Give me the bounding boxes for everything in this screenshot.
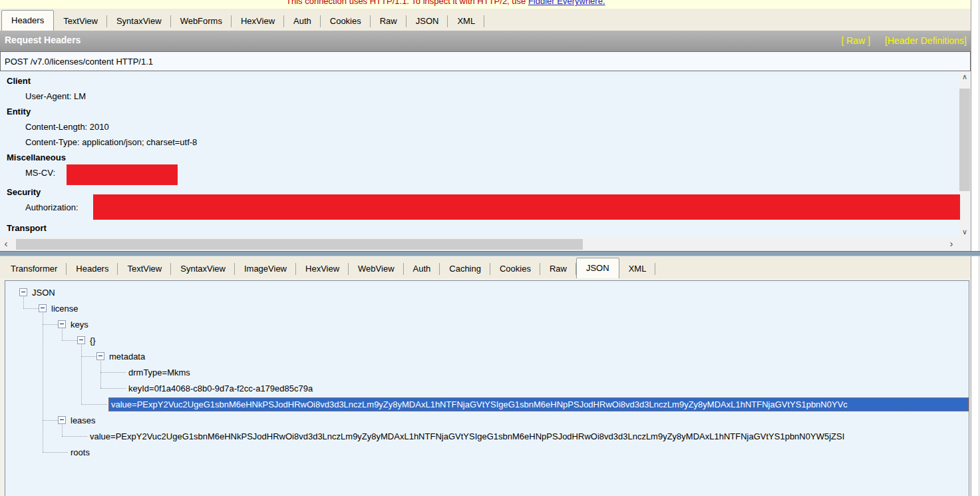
tree-node-label[interactable]: license bbox=[51, 304, 78, 314]
tree-row-roots[interactable]: roots bbox=[5, 445, 969, 461]
header-section-entity[interactable]: Entity bbox=[0, 104, 959, 119]
scroll-right-arrow-icon[interactable]: › bbox=[945, 238, 957, 251]
tree-row-array-item[interactable]: {} bbox=[5, 333, 969, 349]
header-section-client[interactable]: Client bbox=[0, 73, 959, 89]
vertical-scrollbar-thumb[interactable] bbox=[959, 89, 970, 191]
tab-request-auth[interactable]: Auth bbox=[284, 12, 321, 31]
tree-node-label[interactable]: value=PExpY2Vuc2UgeG1sbnM6eHNkPSJodHRwOi… bbox=[90, 431, 844, 441]
horizontal-scrollbar-thumb[interactable] bbox=[16, 239, 583, 250]
tab-response-xml[interactable]: XML bbox=[619, 260, 656, 278]
tree-row-keyid[interactable]: keyId=0f1a4068-c8b0-9d7a-f2cc-a179ed85c7… bbox=[5, 381, 969, 397]
collapse-toggle-icon[interactable] bbox=[58, 320, 66, 328]
collapse-toggle-icon[interactable] bbox=[77, 336, 85, 344]
tab-request-xml[interactable]: XML bbox=[448, 12, 484, 31]
tab-request-textview[interactable]: TextView bbox=[54, 12, 107, 31]
connection-banner: This connection uses HTTP/1.1. To inspec… bbox=[0, 0, 971, 9]
tab-response-caching[interactable]: Caching bbox=[440, 260, 490, 278]
selected-tree-node-label[interactable]: value=PExpY2Vuc2UgeG1sbnM6eHNkPSJodHRwOi… bbox=[108, 397, 969, 411]
request-line[interactable]: POST /v7.0/licenses/content HTTP/1.1 bbox=[0, 51, 971, 71]
header-entry-content-length[interactable]: Content-Length: 2010 bbox=[0, 119, 959, 134]
tree-node-label[interactable]: JSON bbox=[32, 288, 55, 298]
authorization-redaction-overlay bbox=[93, 194, 960, 220]
request-headers-pane: Client User-Agent: LM Entity Content-Len… bbox=[0, 71, 971, 251]
pane-splitter[interactable] bbox=[0, 251, 980, 256]
tab-request-cookies[interactable]: Cookies bbox=[321, 12, 371, 31]
tree-row-key-value-selected[interactable]: value=PExpY2Vuc2UgeG1sbnM6eHNkPSJodHRwOi… bbox=[5, 397, 969, 413]
raw-toggle-link[interactable]: [ Raw ] bbox=[841, 35, 870, 46]
tree-row-drmtype[interactable]: drmType=Mkms bbox=[5, 365, 969, 381]
headers-horizontal-scrollbar[interactable]: ‹ › bbox=[0, 238, 959, 251]
tab-response-hexview[interactable]: HexView bbox=[296, 260, 349, 278]
window-right-edge bbox=[971, 0, 980, 496]
scroll-left-arrow-icon[interactable]: ‹ bbox=[0, 238, 12, 251]
tab-response-syntaxview[interactable]: SyntaxView bbox=[171, 260, 235, 278]
tree-node-label[interactable]: keys bbox=[71, 320, 88, 330]
tree-node-label[interactable]: {} bbox=[90, 336, 96, 346]
tab-request-json[interactable]: JSON bbox=[407, 12, 448, 31]
collapse-toggle-icon[interactable] bbox=[39, 304, 47, 312]
ms-cv-redaction-overlay bbox=[67, 164, 178, 185]
tab-response-headers[interactable]: Headers bbox=[67, 260, 118, 278]
tab-request-hexview[interactable]: HexView bbox=[232, 12, 284, 31]
tree-node-label[interactable]: roots bbox=[71, 447, 90, 457]
tab-request-headers[interactable]: Headers bbox=[1, 10, 54, 32]
collapse-toggle-icon[interactable] bbox=[96, 352, 104, 360]
header-definitions-link[interactable]: [Header Definitions] bbox=[885, 35, 967, 46]
scroll-up-arrow-icon[interactable]: ∧ bbox=[959, 71, 971, 83]
tab-request-syntaxview[interactable]: SyntaxView bbox=[107, 12, 171, 31]
tree-node-label[interactable]: leases bbox=[71, 415, 96, 425]
header-section-miscellaneous[interactable]: Miscellaneous bbox=[0, 150, 959, 165]
connection-banner-text: This connection uses HTTP/1.1. To inspec… bbox=[286, 0, 605, 6]
header-entry-content-type[interactable]: Content-Type: application/json; charset=… bbox=[0, 134, 959, 150]
tree-node-label[interactable]: drmType=Mkms bbox=[128, 368, 190, 377]
tab-response-json[interactable]: JSON bbox=[576, 258, 619, 280]
tree-row-leases[interactable]: leases bbox=[5, 413, 969, 429]
tab-response-cookies[interactable]: Cookies bbox=[490, 260, 540, 278]
tree-row-lease-value[interactable]: value=PExpY2Vuc2UgeG1sbnM6eHNkPSJodHRwOi… bbox=[5, 429, 969, 445]
request-headers-bar: Request Headers [ Raw ] [Header Definiti… bbox=[0, 31, 971, 51]
request-inspector-tabstrip: Headers TextView SyntaxView WebForms Hex… bbox=[0, 9, 971, 31]
tab-request-raw[interactable]: Raw bbox=[371, 12, 407, 31]
request-headers-title: Request Headers bbox=[5, 35, 81, 45]
tree-row-license[interactable]: license bbox=[5, 301, 969, 317]
scrollbar-corner bbox=[959, 238, 971, 251]
response-inspector-tabstrip: Transformer Headers TextView SyntaxView … bbox=[0, 256, 971, 278]
tab-response-textview[interactable]: TextView bbox=[118, 260, 171, 278]
header-section-transport[interactable]: Transport bbox=[0, 220, 959, 236]
response-body-pane: JSON license keys {} metadata drmType=Mk… bbox=[0, 278, 971, 496]
header-entry-user-agent[interactable]: User-Agent: LM bbox=[0, 89, 959, 104]
tree-row-keys[interactable]: keys bbox=[5, 317, 969, 333]
tree-node-label[interactable]: metadata bbox=[109, 352, 145, 362]
connection-banner-message: This connection uses HTTP/1.1. To inspec… bbox=[286, 0, 528, 6]
headers-vertical-scrollbar[interactable]: ∧ ∨ bbox=[959, 71, 971, 238]
tab-request-webforms[interactable]: WebForms bbox=[171, 12, 232, 31]
tab-response-raw[interactable]: Raw bbox=[540, 260, 576, 278]
scroll-down-arrow-icon[interactable]: ∨ bbox=[959, 226, 971, 238]
tab-response-imageview[interactable]: ImageView bbox=[235, 260, 296, 278]
collapse-toggle-icon[interactable] bbox=[58, 416, 66, 424]
tab-response-transformer[interactable]: Transformer bbox=[1, 260, 67, 278]
tree-row-json[interactable]: JSON bbox=[5, 285, 969, 301]
tree-node-label[interactable]: keyId=0f1a4068-c8b0-9d7a-f2cc-a179ed85c7… bbox=[128, 383, 313, 393]
json-tree-panel: JSON license keys {} metadata drmType=Mk… bbox=[5, 280, 969, 496]
tree-row-metadata[interactable]: metadata bbox=[5, 349, 969, 365]
tab-response-webview[interactable]: WebView bbox=[349, 260, 403, 278]
tab-response-auth[interactable]: Auth bbox=[404, 260, 440, 278]
fiddler-everywhere-link[interactable]: Fiddler Everywhere. bbox=[528, 0, 605, 6]
collapse-toggle-icon[interactable] bbox=[19, 288, 27, 296]
